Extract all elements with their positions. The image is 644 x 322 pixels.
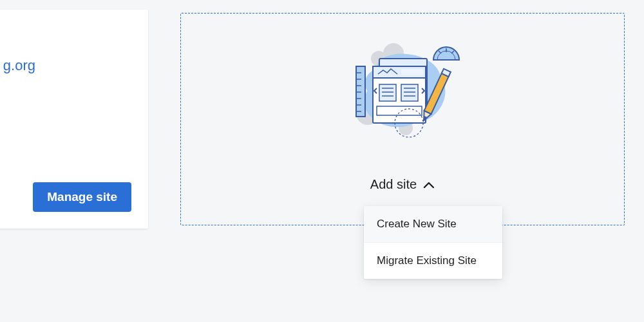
add-site-label: Add site: [370, 177, 417, 192]
site-card: g.org Manage site: [0, 10, 148, 229]
manage-site-button[interactable]: Manage site: [33, 182, 131, 212]
add-site-toggle[interactable]: Add site: [370, 177, 435, 192]
site-domain-text: g.org: [3, 57, 35, 74]
migrate-existing-site-item[interactable]: Migrate Existing Site: [364, 243, 502, 279]
svg-rect-7: [401, 69, 423, 75]
create-new-site-item[interactable]: Create New Site: [364, 206, 502, 243]
svg-rect-17: [377, 106, 422, 115]
svg-rect-13: [401, 84, 418, 101]
svg-rect-9: [379, 84, 396, 101]
svg-rect-18: [356, 66, 365, 117]
chevron-up-icon: [423, 181, 435, 189]
add-site-card: Add site: [180, 13, 625, 225]
add-site-illustration-icon: [338, 39, 467, 142]
add-site-dropdown: Create New Site Migrate Existing Site: [364, 206, 502, 279]
